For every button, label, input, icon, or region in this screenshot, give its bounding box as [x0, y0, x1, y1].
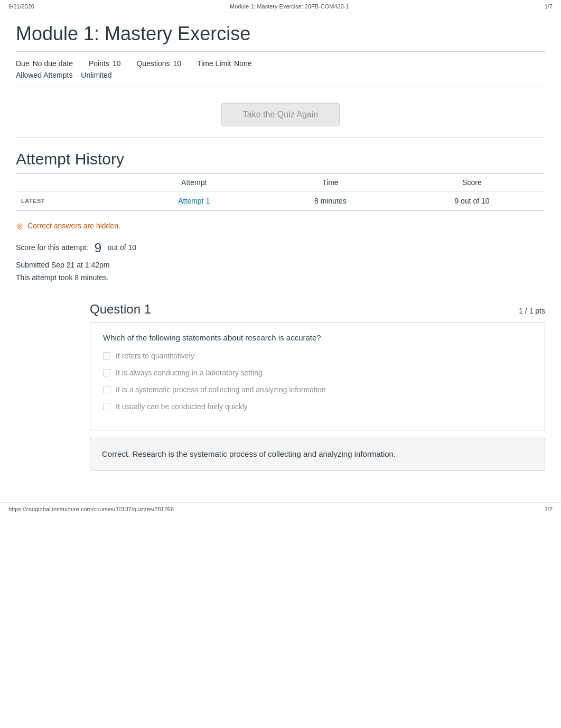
latest-label: LATEST [16, 191, 126, 211]
score-label: Score for this attempt: [16, 243, 88, 252]
browser-date: 9/21/2020 [8, 3, 34, 10]
footer-page-indicator: 1/7 [545, 506, 553, 512]
question-box: Which of the following statements about … [90, 322, 545, 430]
answer-option-4: It usually can be conducted fairly quick… [103, 402, 532, 411]
answer-text-2: It is always conducting in a laboratory … [116, 368, 263, 377]
attempt-link-cell[interactable]: Attempt 1 [126, 191, 262, 211]
page-indicator: 1/7 [545, 3, 553, 10]
questions-section: Question 1 1 / 1 pts Which of the follow… [16, 302, 545, 471]
time-cell: 8 minutes [262, 191, 399, 211]
question-pts: 1 / 1 pts [519, 307, 545, 315]
meta-row-2: Allowed Attempts Unlimited [16, 71, 112, 79]
attempt-history-title: Attempt History [16, 137, 545, 173]
table-row: LATEST Attempt 1 8 minutes 9 out of 10 [16, 191, 545, 211]
correct-answers-notice: ◎ Correct answers are hidden. [16, 222, 545, 230]
notice-icon: ◎ [16, 222, 23, 229]
browser-title: Module 1: Mastery Exercise: 20FB-COM420-… [230, 3, 349, 10]
radio-1 [103, 352, 110, 360]
answer-option-3: It is a systematic process of collecting… [103, 385, 532, 394]
allowed-attempts-value: Unlimited [81, 71, 111, 79]
due-label: Due [16, 59, 30, 68]
footer-url: https://csuglobal.instructure.com/course… [8, 506, 174, 512]
question-header: Question 1 1 / 1 pts [90, 302, 545, 317]
score-out-of: out of 10 [108, 243, 137, 252]
radio-3 [103, 386, 110, 393]
score-info: Score for this attempt: 9 out of 10 Subm… [16, 237, 545, 284]
allowed-attempts-item: Allowed Attempts Unlimited [16, 71, 112, 79]
question-title: Question 1 [90, 302, 151, 317]
col-attempt: Attempt [126, 174, 262, 191]
due-value: No due date [33, 59, 73, 68]
radio-2 [103, 369, 110, 376]
points-value: 10 [113, 59, 121, 68]
col-score: Score [399, 174, 545, 191]
took-text: This attempt took 8 minutes. [16, 273, 109, 282]
attempt-detail-section: ◎ Correct answers are hidden. Score for … [16, 211, 545, 289]
points-item: Points 10 [89, 59, 121, 68]
meta-row-1: Due No due date Points 10 Questions 10 T… [16, 59, 545, 68]
score-cell: 9 out of 10 [399, 191, 545, 211]
take-quiz-section: Take the Quiz Again [16, 87, 545, 137]
questions-value: 10 [173, 59, 182, 68]
questions-item: Questions 10 [136, 59, 181, 68]
attempt-table: Attempt Time Score LATEST Attempt 1 8 mi… [16, 173, 545, 211]
notice-text: Correct answers are hidden. [27, 222, 120, 230]
submitted-text: Submitted Sep 21 at 1:42pm [16, 261, 109, 269]
correct-answer-text: Correct. Research is the systematic proc… [102, 449, 396, 458]
correct-answer-box: Correct. Research is the systematic proc… [90, 438, 545, 471]
answer-text-1: It refers to quantitatively [116, 352, 194, 360]
col-time: Time [262, 174, 399, 191]
col-empty [16, 174, 126, 191]
score-number: 9 [95, 241, 101, 255]
questions-label: Questions [136, 59, 170, 68]
points-label: Points [89, 59, 109, 68]
meta-section: Due No due date Points 10 Questions 10 T… [16, 52, 545, 87]
radio-4 [103, 403, 110, 410]
answer-text-3: It is a systematic process of collecting… [116, 385, 326, 394]
time-limit-value: None [234, 59, 251, 68]
question-text: Which of the following statements about … [103, 333, 532, 342]
page-title: Module 1: Mastery Exercise [16, 13, 545, 52]
due-item: Due No due date [16, 59, 73, 68]
answer-option-2: It is always conducting in a laboratory … [103, 368, 532, 377]
attempt-link[interactable]: Attempt 1 [178, 197, 210, 205]
answer-option-1: It refers to quantitatively [103, 352, 532, 360]
allowed-attempts-label: Allowed Attempts [16, 71, 72, 79]
time-limit-label: Time Limit [197, 59, 231, 68]
time-limit-item: Time Limit None [197, 59, 252, 68]
take-quiz-button[interactable]: Take the Quiz Again [221, 103, 340, 126]
answer-text-4: It usually can be conducted fairly quick… [116, 402, 248, 411]
